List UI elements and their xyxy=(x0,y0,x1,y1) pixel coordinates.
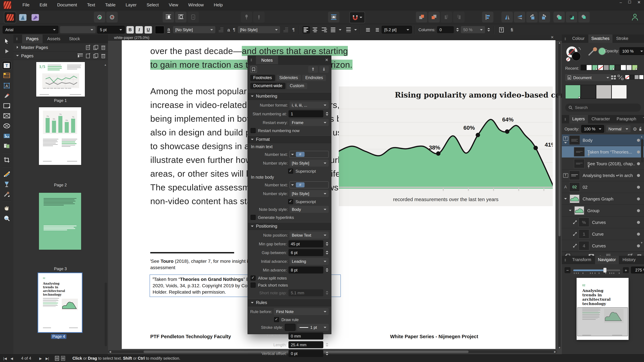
flip-horizontal-icon[interactable] xyxy=(502,12,513,22)
min-advance-stepper[interactable] xyxy=(325,267,329,273)
previous-page-button[interactable]: ◀ xyxy=(10,357,14,360)
layers-opacity-select[interactable]: 100 % xyxy=(581,125,604,133)
leading-icon[interactable] xyxy=(345,26,352,33)
page-3-thumbnail[interactable] xyxy=(39,193,81,250)
layer-name[interactable]: Curves xyxy=(592,220,635,225)
recent-swatch-4[interactable] xyxy=(604,65,609,70)
leading-more-chevron-icon[interactable] xyxy=(354,29,357,32)
designer-persona-button[interactable] xyxy=(30,12,41,23)
layer-thumbnail[interactable] xyxy=(569,171,580,180)
start-numbering-stepper[interactable] xyxy=(325,110,329,117)
gap-between-stepper[interactable] xyxy=(325,249,329,256)
recent-swatch-3[interactable] xyxy=(598,65,604,70)
tab-transform[interactable]: Transform xyxy=(569,256,594,264)
recent-swatch-8[interactable] xyxy=(626,65,632,70)
text-frame-settings-icon[interactable]: A xyxy=(328,12,340,22)
rotate-cw-icon[interactable] xyxy=(539,12,550,22)
notes-grip-icon[interactable]: ‖ xyxy=(250,58,252,62)
layer-name[interactable]: Group xyxy=(587,208,635,213)
move-to-back-icon[interactable] xyxy=(428,12,440,22)
gap-between-input[interactable]: 6 pt xyxy=(288,249,323,256)
numbered-list-button[interactable] xyxy=(372,26,380,33)
node-tool-icon[interactable] xyxy=(2,47,11,55)
layer-name[interactable]: Curves xyxy=(592,243,635,248)
italic-button[interactable]: I xyxy=(136,26,143,33)
mini-swatch-1[interactable] xyxy=(630,75,634,79)
note-number-style-select[interactable]: [No Style] xyxy=(290,190,329,197)
recent-swatch-6[interactable] xyxy=(615,65,620,70)
layer-visibility-dot[interactable] xyxy=(637,174,640,177)
min-gap-input[interactable]: 45 pt xyxy=(288,240,323,247)
note-position-select[interactable]: Below Text xyxy=(290,232,329,239)
font-colour-swatch[interactable] xyxy=(155,26,164,34)
add-page-icon[interactable] xyxy=(86,53,90,58)
tab-navigator[interactable]: Navigator xyxy=(595,256,619,264)
recent-swatch-9[interactable] xyxy=(632,65,638,70)
layer-row-6[interactable]: Group xyxy=(562,205,644,217)
document-close-icon[interactable]: ✕ xyxy=(551,35,554,39)
pages-header[interactable]: Pages xyxy=(14,52,108,60)
notes-tab[interactable]: Notes xyxy=(256,56,278,64)
last-page-button[interactable]: ▶| xyxy=(45,357,50,360)
font-variant-select[interactable] xyxy=(60,26,96,33)
layer-gutter-icon[interactable] xyxy=(571,232,578,236)
min-advance-input[interactable]: 8 pt xyxy=(288,267,323,274)
layer-visibility-dot[interactable] xyxy=(637,186,640,189)
layer-row-7[interactable]: %Curves xyxy=(562,217,644,228)
vector-crop-tool-icon[interactable] xyxy=(2,156,11,164)
layer-row-8[interactable]: 1Curve xyxy=(562,228,644,240)
page-4-thumbnail[interactable]: 02 Analysing trends in architectural tec… xyxy=(38,273,82,332)
layer-thumbnail[interactable]: 4 xyxy=(578,241,589,250)
layer-gutter-icon[interactable] xyxy=(566,209,574,212)
zoom-slider-track[interactable] xyxy=(573,270,620,271)
add-master-page-icon[interactable] xyxy=(86,45,90,50)
boolean-intersect-icon[interactable] xyxy=(578,12,590,22)
update-paragraph-style-icon[interactable] xyxy=(282,26,290,34)
justify-button[interactable] xyxy=(330,26,337,33)
paragraph-style-select[interactable]: [No Style] xyxy=(238,26,280,33)
zoom-out-button[interactable]: − xyxy=(564,267,570,273)
jump-to-note-icon[interactable] xyxy=(250,66,257,72)
align-center-button[interactable] xyxy=(312,26,319,33)
layer-visibility-dot[interactable] xyxy=(637,232,640,236)
previous-note-button[interactable]: ⇑ xyxy=(308,66,318,72)
document-page[interactable]: over the past decade—and others that are… xyxy=(122,40,556,349)
layer-gutter-icon[interactable]: A xyxy=(562,185,569,189)
columns-input[interactable]: 0 xyxy=(437,26,454,33)
account-person-icon[interactable] xyxy=(629,12,641,22)
columns-stepper[interactable] xyxy=(456,26,459,33)
ligatures-button[interactable]: fi xyxy=(508,26,516,34)
number-format-select[interactable]: i, ii, iii, ... xyxy=(290,102,329,109)
page-4-label[interactable]: Page 4 xyxy=(51,334,66,339)
notes-close-icon[interactable]: ✕ xyxy=(325,58,328,62)
zoom-value-input[interactable]: 275 % xyxy=(631,267,644,274)
allow-split-notes-checkbox[interactable] xyxy=(250,276,256,281)
minimize-button[interactable]: – xyxy=(620,0,622,5)
layer-name[interactable]: 02 xyxy=(582,185,635,190)
font-family-select[interactable]: Arial xyxy=(3,26,58,33)
tab-text-styles[interactable]: Text Styles xyxy=(640,115,644,123)
layer-row-3[interactable]: TAnalysing trends ↵in arch xyxy=(562,170,644,181)
tab-endnotes[interactable]: Endnotes xyxy=(302,75,326,81)
document-swatch-1[interactable] xyxy=(580,85,596,99)
tab-stock[interactable]: Stock xyxy=(65,34,84,43)
first-page-button[interactable]: |◀ xyxy=(3,357,8,360)
recent-swatch-1[interactable] xyxy=(586,65,592,70)
vertical-offset-input[interactable]: 0 pt xyxy=(288,350,323,357)
close-button[interactable]: ✕ xyxy=(637,0,641,5)
layer-row-5[interactable]: Changes Graph xyxy=(562,193,644,205)
navigator-viewport-rect[interactable] xyxy=(577,307,628,336)
menu-document[interactable]: Document xyxy=(52,0,82,10)
frame-text-tool-icon[interactable]: T xyxy=(2,61,11,69)
photo-persona-button[interactable] xyxy=(17,12,28,23)
rectangle-tool-icon[interactable] xyxy=(2,102,11,110)
settings-gear-icon[interactable]: ⚙ xyxy=(106,12,118,22)
page-3-label[interactable]: Page 3 xyxy=(37,267,84,271)
duplicate-page-icon[interactable] xyxy=(93,53,98,58)
pin-icon[interactable] xyxy=(241,12,252,22)
document-swatch-0[interactable] xyxy=(565,85,580,99)
maximize-button[interactable]: ☐ xyxy=(628,0,631,5)
tab-layers[interactable]: Layers xyxy=(569,115,588,123)
generate-hyperlinks-checkbox[interactable] xyxy=(250,215,256,220)
art-text-tool-icon[interactable]: A xyxy=(2,81,11,89)
